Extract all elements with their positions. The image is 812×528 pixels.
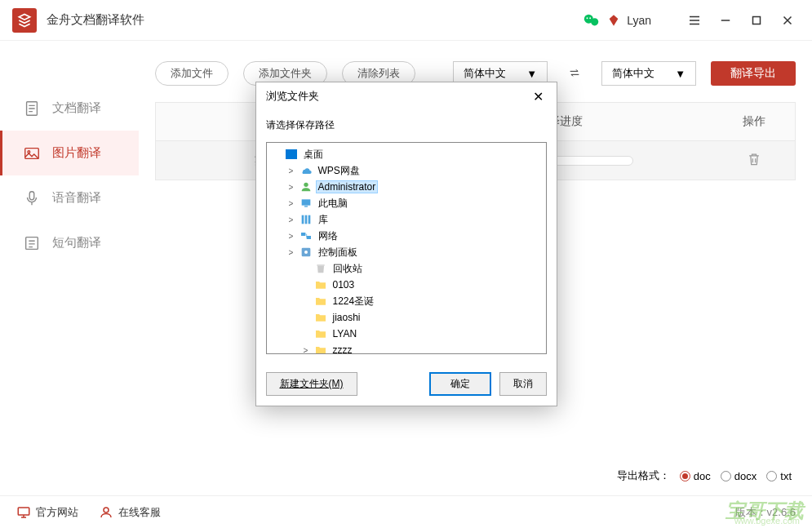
tree-label: 网络 [316,229,340,243]
cloud-icon [300,164,313,177]
folder-icon [314,311,327,324]
tree-label: 0103 [331,279,357,291]
expand-icon[interactable]: > [286,199,296,208]
tree-item[interactable]: 回收站 [268,260,544,277]
tree-item[interactable]: 桌面 [268,146,544,162]
ctrl-icon [300,246,313,259]
tree-label: 控制面板 [316,246,360,260]
tree-label: zzzz [331,344,355,354]
tree-item[interactable]: >zzzz [268,342,544,354]
dialog-prompt: 请选择保存路径 [266,118,547,132]
tree-item[interactable]: >WPS网盘 [268,162,544,179]
folder-icon [314,278,327,291]
cancel-button[interactable]: 取消 [499,372,547,396]
tree-label: 库 [316,213,331,227]
tree-label: Administrator [316,180,379,193]
tree-label: 桌面 [301,148,326,162]
dialog-close-button[interactable]: ✕ [530,88,547,104]
tree-item[interactable]: >Administrator [268,179,544,195]
tree-label: LYAN [331,328,360,339]
tree-item[interactable]: jiaoshi [268,309,544,326]
net-icon [300,229,313,242]
svg-rect-15 [301,215,304,224]
folder-tree[interactable]: 桌面>WPS网盘>Administrator>此电脑>库>网络>控制面板回收站0… [266,142,547,354]
folder-icon [314,295,327,308]
tree-item[interactable]: 0103 [268,277,544,293]
new-folder-button[interactable]: 新建文件夹(M) [266,372,357,396]
expand-icon[interactable]: > [286,215,296,224]
user-icon [300,180,313,193]
expand-icon[interactable]: > [286,248,296,257]
folder-icon [314,327,327,340]
tree-label: jiaoshi [331,312,363,323]
svg-rect-18 [301,233,305,236]
tree-label: 此电脑 [316,197,350,211]
tree-item[interactable]: 1224圣诞 [268,293,544,309]
tree-item[interactable]: LYAN [268,326,544,342]
svg-rect-14 [304,206,308,206]
svg-rect-17 [308,215,310,224]
svg-point-12 [304,183,308,187]
tree-item[interactable]: >库 [268,211,544,228]
dialog-title: 浏览文件夹 [266,89,319,104]
tree-label: WPS网盘 [316,164,362,178]
ok-button[interactable]: 确定 [429,372,491,396]
expand-icon[interactable]: > [286,166,296,175]
tree-item[interactable]: >此电脑 [268,195,544,211]
tree-item[interactable]: >控制面板 [268,244,544,260]
lib-icon [300,213,313,226]
svg-rect-19 [306,236,310,239]
browse-folder-dialog: 浏览文件夹 ✕ 请选择保存路径 桌面>WPS网盘>Administrator>此… [255,82,557,406]
svg-rect-16 [304,215,307,224]
expand-icon[interactable]: > [286,183,296,192]
tree-item[interactable]: >网络 [268,228,544,244]
tree-label: 1224圣诞 [331,295,377,308]
svg-point-21 [304,251,308,254]
tree-label: 回收站 [331,262,365,276]
pc-icon [300,197,313,210]
expand-icon[interactable]: > [301,346,311,355]
svg-rect-22 [317,264,324,265]
desktop-icon [285,148,298,161]
svg-rect-13 [301,199,310,205]
expand-icon[interactable]: > [286,232,296,241]
folder-icon [314,344,327,354]
bin-icon [314,262,327,275]
